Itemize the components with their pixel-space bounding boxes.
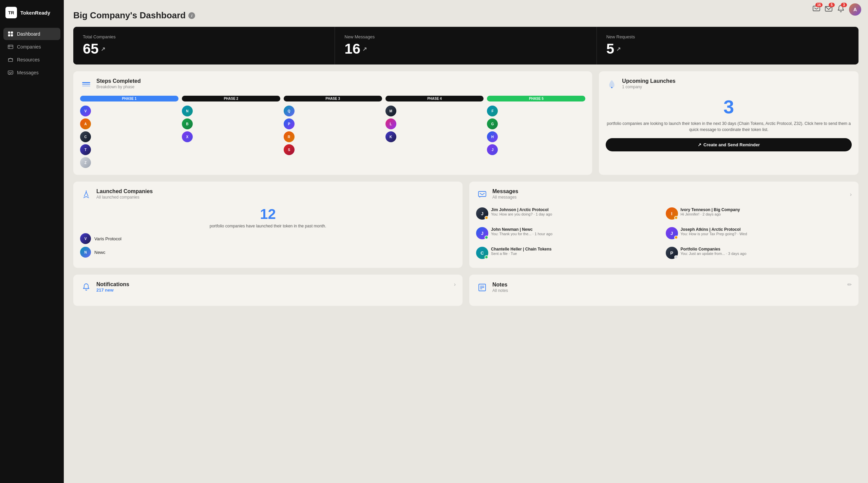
bottom-grid: Launched Companies All launched companie… (73, 182, 858, 268)
phase-2-col: PHASE 2 N B X (182, 96, 280, 168)
list-item[interactable]: N Newc (80, 247, 456, 258)
msg-preview-5: Sent a file · Tue (491, 252, 552, 256)
launched-count: 12 (80, 206, 456, 222)
notifications-chevron[interactable]: › (454, 281, 456, 287)
msg-avatar-4: J (666, 227, 678, 239)
phase-5-company-3[interactable]: H (487, 131, 498, 142)
phase-4-company-3[interactable]: K (385, 131, 396, 142)
upcoming-subtitle: 1 company (622, 85, 675, 89)
svg-rect-13 (82, 84, 90, 85)
msg-preview-3: You: Thank you for the... · 1 hour ago (491, 232, 552, 236)
email-topbar-btn[interactable]: 5 (825, 5, 833, 14)
messages-card: Messages All messages › J Jim Johnson | … (469, 182, 858, 268)
sidebar-item-dashboard[interactable]: Dashboard (3, 28, 60, 40)
stat-new-requests[interactable]: New Requests 5 ↗ (597, 27, 858, 64)
messages-chevron[interactable]: › (850, 191, 852, 198)
phase-3-company-3[interactable]: R (284, 131, 295, 142)
info-icon[interactable]: i (188, 12, 195, 19)
launched-title: Launched Companies (96, 188, 153, 194)
new-messages-label: New Messages (344, 34, 587, 39)
phase-1-company-1[interactable]: V (80, 106, 91, 116)
notifications-card: Notifications › 217 new (73, 275, 463, 306)
msg-online-3 (485, 236, 488, 239)
notifications-bottom-icon (80, 281, 92, 294)
company-name-2: Newc (94, 250, 106, 255)
app-logo[interactable]: TR TokenReady (0, 0, 64, 25)
stat-new-messages[interactable]: New Messages 16 ↗ (335, 27, 597, 64)
stat-total-companies[interactable]: Total Companies 65 ↗ (73, 27, 335, 64)
create-reminder-button[interactable]: ↗ Create and Send Reminder (606, 138, 852, 151)
sidebar-item-messages[interactable]: Messages (3, 67, 60, 79)
total-companies-label: Total Companies (83, 34, 325, 39)
phase-3-company-2[interactable]: P (284, 118, 295, 129)
new-messages-value: 16 (344, 41, 360, 57)
upcoming-launches-card: Upcoming Launches 1 company 3 portfolio … (599, 71, 858, 175)
user-avatar[interactable]: A (849, 3, 861, 16)
company-avatar-1: V (80, 233, 91, 244)
msg-name-2: Ivory Tenneson | Big Company (681, 207, 740, 212)
phase-1-company-5[interactable]: Z (80, 157, 91, 168)
sidebar: TR TokenReady Dashboard Companies (0, 0, 64, 483)
message-item-5[interactable]: C Chantelle Heller | Chain Tokens Sent a… (476, 245, 662, 261)
msg-name-1: Jim Johnson | Arctic Protocol (491, 207, 552, 212)
notes-subtitle: All notes (492, 288, 852, 293)
resources-icon (7, 57, 14, 63)
phase-5-company-2[interactable]: G (487, 118, 498, 129)
topbar: 16 5 3 A (806, 0, 868, 19)
messages-badge: 16 (815, 3, 823, 7)
message-item-3[interactable]: J John Newman | Newc You: Thank you for … (476, 225, 662, 241)
phase-1-company-3[interactable]: C (80, 131, 91, 142)
message-item-1[interactable]: J Jim Johnson | Arctic Protocol You: How… (476, 205, 662, 222)
msg-online-6 (674, 255, 678, 259)
svg-rect-9 (8, 71, 13, 74)
svg-rect-1 (11, 32, 13, 34)
app-name: TokenReady (20, 10, 50, 16)
phase-3-company-4[interactable]: S (284, 144, 295, 155)
steps-title: Steps Completed (96, 78, 141, 84)
svg-rect-2 (8, 34, 10, 36)
launched-description: portfolio companies have launched their … (80, 224, 456, 228)
msg-content-2: Ivory Tenneson | Big Company Hi Jennifer… (681, 207, 740, 216)
phase-4-company-2[interactable]: L (385, 118, 396, 129)
message-item-6[interactable]: P Portfolio Companies You: Just an updat… (666, 245, 852, 261)
launched-subtitle: All launched companies (96, 195, 153, 200)
phase-2-company-2[interactable]: B (182, 118, 193, 129)
msg-preview-4: You: How is your Tax Prep going? · Wed (681, 232, 747, 236)
sidebar-item-resources[interactable]: Resources (3, 54, 60, 66)
notifications-topbar-btn[interactable]: 3 (837, 5, 845, 14)
upcoming-description: portfolio companies are looking to launc… (606, 120, 852, 133)
total-companies-value: 65 (83, 41, 99, 57)
company-name-1: Varis Protocol (94, 236, 121, 241)
msg-online-1 (485, 216, 488, 220)
message-item-2[interactable]: I Ivory Tenneson | Big Company Hi Jennif… (666, 205, 852, 222)
phase-5-badge: PHASE 5 (487, 96, 585, 101)
phase-1-company-4[interactable]: T (80, 144, 91, 155)
message-item-4[interactable]: J Joseph Atkins | Arctic Protocol You: H… (666, 225, 852, 241)
msg-content-6: Portfolio Companies You: Just an update … (681, 247, 747, 256)
main-content: 16 5 3 A Big Company's Dashboard i (64, 0, 868, 483)
msg-name-6: Portfolio Companies (681, 247, 747, 252)
svg-rect-4 (8, 45, 13, 49)
phase-2-company-3[interactable]: X (182, 131, 193, 142)
msg-avatar-1: J (476, 207, 488, 220)
messages-topbar-btn[interactable]: 16 (812, 5, 820, 14)
phase-5-col: PHASE 5 F G H J (487, 96, 585, 168)
svg-rect-12 (82, 82, 90, 83)
notes-icon (476, 281, 488, 294)
phase-3-company-1[interactable]: Q (284, 106, 295, 116)
phase-4-company-1[interactable]: M (385, 106, 396, 116)
list-item[interactable]: V Varis Protocol (80, 233, 456, 244)
msg-content-3: John Newman | Newc You: Thank you for th… (491, 227, 552, 236)
sidebar-item-companies[interactable]: Companies (3, 41, 60, 53)
phase-5-company-4[interactable]: J (487, 144, 498, 155)
bottom-row: Notifications › 217 new (73, 275, 858, 306)
phase-1-company-2[interactable]: A (80, 118, 91, 129)
msg-content-1: Jim Johnson | Arctic Protocol You: How a… (491, 207, 552, 216)
phase-2-company-1[interactable]: N (182, 106, 193, 116)
phase-5-company-1[interactable]: F (487, 106, 498, 116)
email-badge: 5 (829, 3, 835, 7)
companies-icon (7, 44, 14, 50)
phase-1-badge: PHASE 1 (80, 96, 178, 101)
edit-icon[interactable]: ✏ (847, 281, 852, 288)
messages-card-title: Messages (492, 188, 518, 194)
